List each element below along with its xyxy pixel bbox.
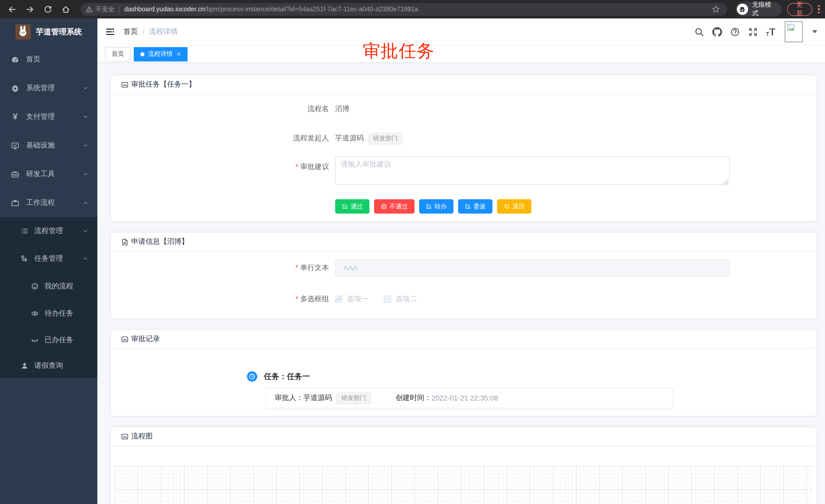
main-area: 审批任务 首页 / 流程详情: [97, 18, 825, 504]
resize-grip[interactable]: [724, 180, 728, 184]
tags-view-bar: 首页 流程详情 ×: [97, 45, 825, 63]
security-label[interactable]: 不安全: [95, 5, 115, 14]
not-secure-warning-icon: [86, 6, 93, 13]
suggest-textarea[interactable]: [335, 156, 730, 185]
sidebar-item-label: 基础设施: [26, 141, 55, 150]
approve-button[interactable]: 通过: [335, 199, 369, 214]
avatar[interactable]: [784, 21, 803, 43]
breadcrumb-current: 流程详情: [149, 27, 178, 36]
sidebar-item-process-mgmt[interactable]: 流程管理: [0, 217, 97, 245]
sidebar-item-label: 首页: [26, 55, 41, 64]
required-asterisk: *: [295, 263, 298, 271]
checkbox-option-2: 选项二: [384, 295, 417, 304]
breadcrumb: 首页 / 流程详情: [124, 27, 178, 36]
top-header: 首页 / 流程详情 TT: [97, 18, 825, 45]
url-domain[interactable]: dashboard.yudao.iocoder.cn: [124, 6, 205, 13]
chevron-up-icon: [82, 256, 89, 262]
suggest-label: *审批建议: [121, 156, 335, 172]
url-path[interactable]: /bpm/process-instance/detail?id=54aa251f…: [205, 6, 418, 13]
flow-chart-card: 流程图: [110, 427, 817, 504]
breadcrumb-home[interactable]: 首页: [124, 27, 138, 36]
update-button[interactable]: 更新: [787, 3, 813, 16]
sidebar-item-done-tasks[interactable]: 已办任务: [0, 327, 97, 353]
chevron-down-icon: [82, 85, 89, 91]
sidebar-item-home[interactable]: 首页: [0, 45, 97, 74]
checkbox-group-label: *多选框组: [121, 295, 335, 304]
single-line-text-input: [335, 259, 730, 276]
tab-home[interactable]: 首页: [105, 47, 131, 61]
sidebar-item-system[interactable]: 系统管理: [0, 74, 97, 102]
eye-icon: [31, 309, 39, 318]
timeline-task-title: 任务：任务一: [264, 371, 310, 381]
search-icon[interactable]: [694, 27, 704, 36]
sidebar-item-label: 待办任务: [45, 309, 73, 318]
monitor-icon: [11, 141, 19, 150]
user-icon: [20, 362, 29, 370]
sidebar-item-todo-tasks[interactable]: 待办任务: [0, 300, 97, 327]
chevron-down-icon: [82, 171, 89, 177]
sidebar-item-payment[interactable]: ¥ 支付管理: [0, 102, 97, 131]
briefcase-icon: [11, 198, 19, 207]
hamburger-icon[interactable]: [105, 27, 115, 37]
bpmn-diagram-canvas[interactable]: [115, 466, 813, 504]
sidebar-item-label: 研发工具: [26, 170, 55, 179]
app-title: 芋道管理系统: [36, 27, 82, 36]
approval-task-card-header: 审批任务【任务一】: [111, 75, 817, 94]
workflow-submenu: 流程管理 任务管理 我的流程: [0, 217, 97, 378]
delegate-button[interactable]: 委派: [458, 199, 493, 214]
chevron-up-icon: [82, 200, 89, 206]
breadcrumb-separator: /: [142, 28, 145, 36]
picture-icon: [121, 432, 129, 440]
flow-chart-card-header: 流程图: [111, 427, 817, 446]
incognito-badge: 无痕模式: [735, 2, 782, 16]
sidebar-item-label: 流程管理: [34, 226, 63, 236]
chevron-down-icon: [82, 114, 89, 120]
reload-icon[interactable]: [44, 5, 52, 14]
fullscreen-icon[interactable]: [748, 27, 758, 36]
transfer-button[interactable]: 转办: [419, 199, 453, 214]
incognito-label: 无痕模式: [752, 1, 776, 18]
github-icon[interactable]: [712, 27, 722, 36]
sidebar-item-label: 已办任务: [45, 335, 73, 345]
tab-process-detail[interactable]: 流程详情 ×: [134, 47, 187, 61]
app-logo[interactable]: 芋道管理系统: [0, 18, 97, 45]
sidebar-item-label: 系统管理: [26, 83, 55, 93]
sidebar-item-devtools[interactable]: 研发工具: [0, 160, 97, 188]
process-name-label: 流程名: [121, 104, 335, 114]
text-field-label: *单行文本: [121, 263, 335, 272]
checkbox-unchecked-icon: [384, 296, 391, 303]
sidebar-item-leave-query[interactable]: 请假查询: [0, 353, 97, 378]
avatar-caret-icon[interactable]: [812, 30, 817, 33]
record-detail-card: 审批人： 芋道源码 研发部门 创建时间： 2022-01-21 22:35:08: [266, 388, 673, 408]
apply-info-card: 申请信息【滔博】 *单行文本 *多选框组 选项一: [110, 232, 817, 319]
approval-task-card: 审批任务【任务一】 流程名 滔博 流程发起人 芋道源码 研发部门: [110, 75, 817, 222]
home-icon[interactable]: [62, 5, 70, 14]
card-title: 申请信息【滔博】: [131, 237, 189, 246]
bookmark-star-icon[interactable]: [711, 5, 720, 13]
sidebar-item-infrastructure[interactable]: 基础设施: [0, 131, 97, 160]
checkbox-option-1: 选项一: [335, 295, 368, 304]
browser-menu-icon[interactable]: [818, 5, 820, 14]
return-button[interactable]: 退回: [497, 199, 531, 214]
forward-icon[interactable]: [26, 5, 34, 14]
browser-toolbar: 不安全 dashboard.yudao.iocoder.cn/bpm/proce…: [0, 0, 825, 18]
font-size-icon[interactable]: TT: [766, 27, 775, 36]
sidebar-item-task-mgmt[interactable]: 任务管理: [0, 245, 97, 272]
checkbox-group: 选项一 选项二: [335, 295, 417, 304]
required-asterisk: *: [295, 162, 298, 171]
close-icon[interactable]: ×: [177, 51, 180, 57]
initiator-label: 流程发起人: [121, 134, 335, 143]
approval-record-card-header: 审批记录: [111, 330, 817, 349]
dept-tag: 研发部门: [368, 133, 403, 144]
reject-button[interactable]: 不通过: [374, 199, 415, 214]
back-icon[interactable]: [8, 5, 16, 14]
sidebar-item-label: 请假查询: [34, 361, 63, 370]
required-asterisk: *: [295, 295, 298, 303]
sidebar-item-workflow[interactable]: 工作流程: [0, 188, 97, 217]
sidebar: 芋道管理系统 首页 系统管理 ¥ 支付管理: [0, 18, 97, 504]
address-bar[interactable]: 不安全 dashboard.yudao.iocoder.cn/bpm/proce…: [80, 3, 727, 16]
help-icon[interactable]: [730, 27, 740, 36]
sidebar-item-my-process[interactable]: 我的流程: [0, 272, 97, 300]
sidebar-item-label: 支付管理: [26, 112, 55, 121]
screen: 不安全 dashboard.yudao.iocoder.cn/bpm/proce…: [0, 0, 825, 504]
